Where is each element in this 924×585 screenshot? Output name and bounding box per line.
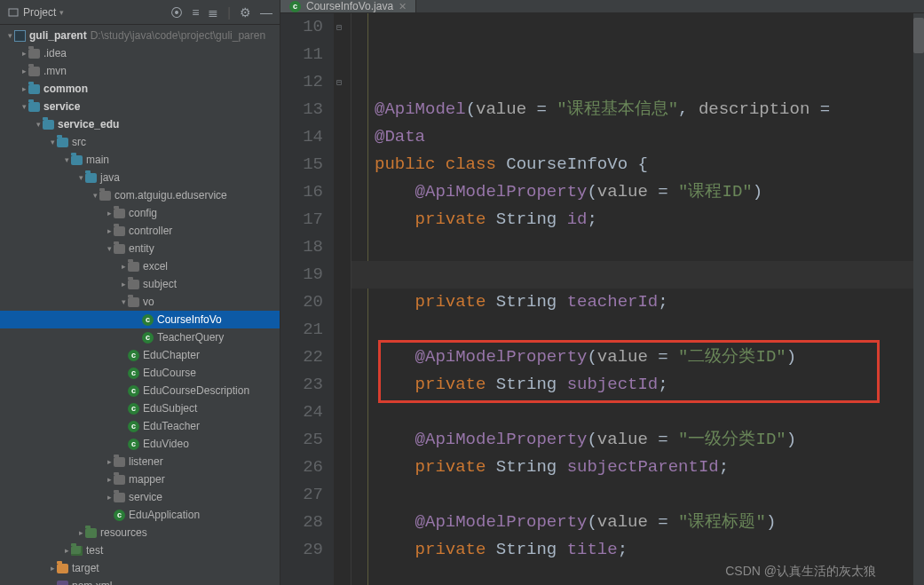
chevron-right-icon[interactable] [105, 204, 114, 222]
chevron-down-icon[interactable] [48, 133, 57, 151]
chevron-down-icon[interactable] [119, 293, 128, 311]
tree-item-guli-parent[interactable]: guli_parent D:\study\java\code\project\g… [0, 27, 280, 44]
tree-item-educourse[interactable]: EduCourse [0, 364, 280, 382]
code-body[interactable]: @ApiModel(value = "课程基本信息", description … [351, 13, 913, 585]
tree-item-educhapter[interactable]: EduChapter [0, 346, 280, 364]
code-editor[interactable]: 1011121314151617181920212223242526272829… [280, 13, 924, 585]
chevron-right-icon[interactable] [20, 80, 28, 98]
tree-item-mapper[interactable]: mapper [0, 470, 280, 488]
code-line[interactable]: @ApiModelProperty(value = "一级分类ID") [375, 426, 913, 454]
tree-item-eduvideo[interactable]: EduVideo [0, 435, 280, 453]
chevron-down-icon[interactable] [91, 186, 99, 204]
tree-item-excel[interactable]: excel [0, 257, 280, 275]
tree-item-com-atguigu-eduservice[interactable]: com.atguigu.eduservice [0, 186, 280, 204]
code-line[interactable]: @ApiModelProperty(value = "课程标题") [375, 509, 913, 536]
hide-icon[interactable]: — [260, 5, 272, 20]
chevron-down-icon[interactable] [34, 115, 43, 133]
project-title: Project [23, 6, 56, 19]
tree-item-label: service [129, 488, 162, 506]
chevron-down-icon[interactable] [76, 169, 85, 186]
tree-item-subject[interactable]: subject [0, 275, 280, 293]
code-line[interactable]: @ApiModelProperty(value = "课程ID") [375, 178, 913, 206]
code-line[interactable]: private String teacherId; [375, 289, 913, 316]
tree-item-entity[interactable]: entity [0, 240, 280, 257]
tree-item-src[interactable]: src [0, 133, 280, 151]
folder-icon [128, 262, 139, 272]
chevron-right-icon[interactable] [76, 524, 85, 542]
code-line[interactable]: private String id; [375, 206, 913, 233]
chevron-right-icon[interactable] [119, 275, 128, 293]
code-line[interactable]: @ApiModel(value = "课程基本信息", description … [375, 96, 913, 123]
chevron-right-icon[interactable] [62, 542, 71, 559]
code-line[interactable]: private String subjectId; [375, 371, 913, 399]
tree-item-target[interactable]: target [0, 559, 280, 577]
code-line[interactable]: @ApiModelProperty(value = "二级分类ID") [375, 344, 913, 371]
code-line[interactable] [375, 316, 913, 344]
tab-course-info-vo[interactable]: CourseInfoVo.java ✕ [280, 0, 416, 12]
chevron-right-icon[interactable] [105, 488, 114, 506]
tree-item-teacherquery[interactable]: TeacherQuery [0, 328, 280, 346]
code-line[interactable]: private String title; [375, 536, 913, 564]
tree-item-label: test [86, 542, 103, 559]
tree-item-common[interactable]: common [0, 80, 280, 98]
chevron-down-icon[interactable] [62, 151, 71, 169]
tree-item-eduapplication[interactable]: EduApplication [0, 506, 280, 524]
chevron-down-icon[interactable] [105, 240, 114, 257]
chevron-right-icon[interactable] [105, 453, 114, 470]
tree-item-test[interactable]: test [0, 542, 280, 559]
chevron-down-icon[interactable] [5, 27, 14, 44]
chevron-right-icon[interactable] [48, 559, 57, 577]
tree-item-service[interactable]: service [0, 98, 280, 115]
tree-item-service-edu[interactable]: service_edu [0, 115, 280, 133]
tree-item-label: common [43, 80, 88, 98]
tree-item-eduteacher[interactable]: EduTeacher [0, 417, 280, 435]
chevron-down-icon[interactable] [20, 98, 28, 115]
close-icon[interactable]: ✕ [399, 1, 407, 12]
fold-mark-icon[interactable]: ⊟ [336, 69, 342, 97]
gear-icon[interactable]: ⚙ [240, 5, 251, 20]
chevron-right-icon[interactable] [105, 470, 114, 488]
tree-item--mvn[interactable]: .mvn [0, 62, 280, 80]
tree-item-java[interactable]: java [0, 169, 280, 186]
class-icon [128, 403, 139, 415]
folder-icon [71, 155, 83, 165]
select-opened-file-icon[interactable]: ⦿ [170, 5, 183, 20]
chevron-right-icon[interactable] [20, 44, 28, 62]
chevron-right-icon[interactable] [119, 257, 128, 275]
tree-item-courseinfovo[interactable]: CourseInfoVo [0, 311, 280, 328]
chevron-right-icon[interactable] [105, 222, 114, 240]
code-line[interactable] [375, 399, 913, 426]
code-line[interactable]: public class CourseInfoVo { [375, 151, 913, 178]
tree-item-main[interactable]: main [0, 151, 280, 169]
collapse-all-icon[interactable]: ≣ [208, 5, 218, 20]
chevron-right-icon[interactable] [20, 62, 28, 80]
project-tree[interactable]: guli_parent D:\study\java\code\project\g… [0, 25, 280, 585]
watermark-text: CSDN @认真生活的灰太狼 [725, 564, 876, 580]
fold-mark-icon[interactable]: ⊟ [336, 14, 342, 42]
tree-item-config[interactable]: config [0, 204, 280, 222]
tree-item-pom-xml[interactable]: pom.xml [0, 577, 280, 585]
code-line[interactable]: private String subjectParentId; [375, 454, 913, 481]
scrollbar-thumb[interactable] [913, 18, 924, 53]
line-number: 13 [280, 96, 323, 123]
folder-icon [128, 280, 139, 289]
tree-item-service[interactable]: service [0, 488, 280, 506]
expand-all-icon[interactable]: ≡ [192, 5, 199, 20]
code-line[interactable] [375, 481, 913, 509]
folder-icon [28, 67, 40, 76]
tree-item-controller[interactable]: controller [0, 222, 280, 240]
editor-scrollbar[interactable] [913, 13, 924, 585]
line-number: 29 [280, 536, 323, 564]
code-line[interactable]: @Data [375, 123, 913, 151]
tree-item-edusubject[interactable]: EduSubject [0, 399, 280, 417]
code-line[interactable] [375, 233, 913, 261]
folder-icon [28, 102, 40, 112]
tree-item-educoursedescription[interactable]: EduCourseDescription [0, 382, 280, 399]
class-icon [128, 439, 139, 450]
line-number: 28 [280, 509, 323, 536]
tree-item-vo[interactable]: vo [0, 293, 280, 311]
tree-item-listener[interactable]: listener [0, 453, 280, 470]
tree-item--idea[interactable]: .idea [0, 44, 280, 62]
tree-item-resources[interactable]: resources [0, 524, 280, 542]
project-dropdown-icon[interactable]: ▾ [59, 8, 64, 17]
